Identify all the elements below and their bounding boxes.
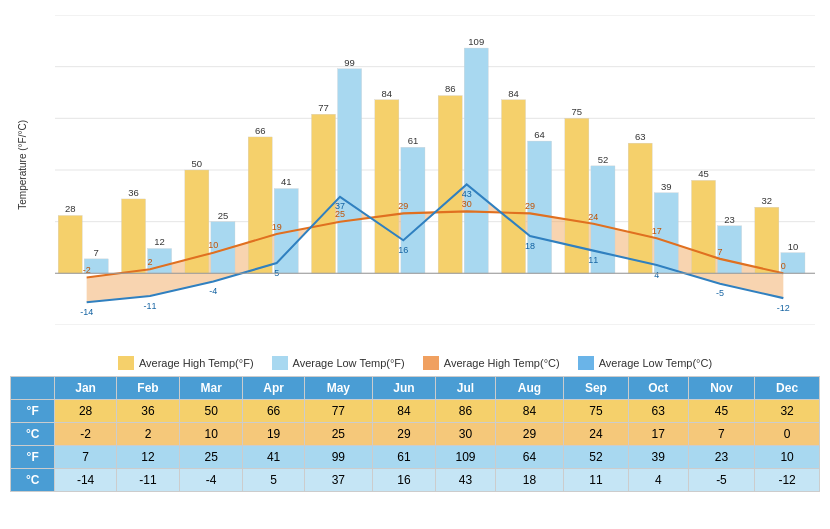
table-cell-0-0: 28 <box>55 400 117 423</box>
table-cell-3-6: 43 <box>436 469 496 492</box>
table-cell-3-1: -11 <box>116 469 179 492</box>
svg-text:99: 99 <box>344 56 355 67</box>
table-cell-0-11: 32 <box>755 400 820 423</box>
svg-text:5: 5 <box>274 267 279 277</box>
table-header-may: May <box>304 377 372 400</box>
legend-label-high-f: Average High Temp(°F) <box>139 357 254 369</box>
svg-rect-34 <box>692 180 716 273</box>
table-row-1: °C-22101925293029241770 <box>11 423 820 446</box>
svg-text:7: 7 <box>717 246 722 256</box>
table-cell-1-10: 7 <box>688 423 754 446</box>
table-cell-0-2: 50 <box>180 400 243 423</box>
table-cell-1-9: 17 <box>628 423 688 446</box>
table-cell-0-5: 84 <box>372 400 435 423</box>
svg-text:43: 43 <box>462 189 472 199</box>
svg-text:109: 109 <box>468 36 484 47</box>
legend-color-low-f <box>272 356 288 370</box>
svg-rect-28 <box>502 100 526 274</box>
table-cell-2-8: 52 <box>563 446 628 469</box>
table-cell-1-0: -2 <box>55 423 117 446</box>
svg-rect-22 <box>312 114 336 273</box>
table-header-aug: Aug <box>496 377 564 400</box>
svg-text:30: 30 <box>462 199 472 209</box>
table-cell-3-7: 18 <box>496 469 564 492</box>
svg-text:25: 25 <box>218 209 229 220</box>
table-header-feb: Feb <box>116 377 179 400</box>
svg-text:84: 84 <box>382 87 393 98</box>
table-cell-2-6: 109 <box>436 446 496 469</box>
svg-text:10: 10 <box>788 240 799 251</box>
table-header-jun: Jun <box>372 377 435 400</box>
table-header-mar: Mar <box>180 377 243 400</box>
table-cell-3-4: 37 <box>304 469 372 492</box>
table-cell-0-7: 84 <box>496 400 564 423</box>
svg-text:75: 75 <box>572 106 583 117</box>
legend-label-high-c: Average High Temp(°C) <box>444 357 560 369</box>
table-row-2-label: °F <box>11 446 55 469</box>
table-cell-1-4: 25 <box>304 423 372 446</box>
table-cell-1-6: 30 <box>436 423 496 446</box>
table-cell-3-8: 11 <box>563 469 628 492</box>
svg-text:63: 63 <box>635 131 646 142</box>
table-cell-1-3: 19 <box>243 423 305 446</box>
table-cell-0-4: 77 <box>304 400 372 423</box>
svg-text:2: 2 <box>147 257 152 267</box>
table-cell-1-8: 24 <box>563 423 628 446</box>
table-header-sep: Sep <box>563 377 628 400</box>
table-cell-0-6: 86 <box>436 400 496 423</box>
table-header-apr: Apr <box>243 377 305 400</box>
table-cell-1-7: 29 <box>496 423 564 446</box>
svg-text:77: 77 <box>318 102 329 113</box>
svg-text:12: 12 <box>154 236 165 247</box>
svg-text:39: 39 <box>661 180 672 191</box>
y-axis-label: Temperature (°F/°C) <box>17 120 28 210</box>
table-cell-0-9: 63 <box>628 400 688 423</box>
svg-text:29: 29 <box>398 201 408 211</box>
svg-text:50: 50 <box>192 158 203 169</box>
svg-text:86: 86 <box>445 83 456 94</box>
table-row-0: °F283650667784868475634532 <box>11 400 820 423</box>
table-cell-0-3: 66 <box>243 400 305 423</box>
svg-rect-20 <box>248 137 272 273</box>
legend-item-low-f: Average Low Temp(°F) <box>272 356 405 370</box>
svg-rect-14 <box>58 215 82 273</box>
table-row-3-label: °C <box>11 469 55 492</box>
legend-label-low-f: Average Low Temp(°F) <box>293 357 405 369</box>
svg-text:66: 66 <box>255 125 266 136</box>
table-cell-3-3: 5 <box>243 469 305 492</box>
table-row-0-label: °F <box>11 400 55 423</box>
svg-text:-4: -4 <box>209 286 217 296</box>
chart-container: Temperature (°F/°C) -2502550751001252836… <box>0 0 830 492</box>
table-cell-0-1: 36 <box>116 400 179 423</box>
table-cell-2-2: 25 <box>180 446 243 469</box>
table-cell-2-1: 12 <box>116 446 179 469</box>
table-cell-3-5: 16 <box>372 469 435 492</box>
table-cell-3-0: -14 <box>55 469 117 492</box>
svg-rect-24 <box>375 100 399 274</box>
table-row-3: °C-14-11-4537164318114-5-12 <box>11 469 820 492</box>
svg-text:18: 18 <box>525 241 535 251</box>
table-header-jul: Jul <box>436 377 496 400</box>
table-cell-3-9: 4 <box>628 469 688 492</box>
svg-text:84: 84 <box>508 87 519 98</box>
table-header-oct: Oct <box>628 377 688 400</box>
svg-text:7: 7 <box>94 246 99 257</box>
table-header-nov: Nov <box>688 377 754 400</box>
svg-text:-14: -14 <box>80 307 93 317</box>
svg-text:61: 61 <box>408 135 419 146</box>
svg-text:52: 52 <box>598 153 609 164</box>
svg-text:-5: -5 <box>716 288 724 298</box>
table-cell-2-3: 41 <box>243 446 305 469</box>
svg-rect-16 <box>122 199 146 273</box>
table-header-jan: Jan <box>55 377 117 400</box>
table-cell-0-8: 75 <box>563 400 628 423</box>
legend-color-high-f <box>118 356 134 370</box>
table-cell-1-2: 10 <box>180 423 243 446</box>
svg-rect-46 <box>338 69 362 274</box>
svg-text:10: 10 <box>208 240 218 250</box>
svg-text:-12: -12 <box>777 303 790 313</box>
table-cell-3-11: -12 <box>755 469 820 492</box>
svg-rect-26 <box>438 96 462 274</box>
svg-rect-30 <box>565 118 589 273</box>
table-cell-1-1: 2 <box>116 423 179 446</box>
